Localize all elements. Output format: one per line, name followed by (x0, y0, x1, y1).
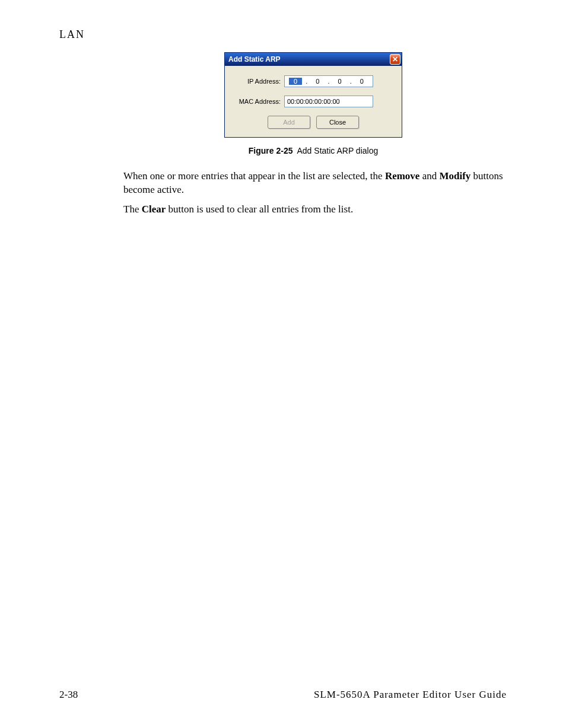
mac-address-row: MAC Address: 00:00:00:00:00:00 (236, 96, 391, 107)
add-button[interactable]: Add (268, 116, 310, 129)
page-number: 2-38 (59, 689, 78, 701)
close-button[interactable]: ✕ (390, 54, 400, 65)
figure-number: Figure 2-25 (249, 146, 293, 155)
modify-keyword: Modify (439, 170, 470, 182)
ip-address-label: IP Address: (236, 78, 284, 85)
text-run: When one or more entries that appear in … (123, 170, 385, 182)
dialog-titlebar: Add Static ARP ✕ (225, 53, 402, 66)
text-run: button is used to clear all entries from… (166, 204, 353, 215)
dialog-button-row: Add Close (236, 116, 391, 129)
paragraph-2: The Clear button is used to clear all en… (123, 203, 503, 217)
ip-octet-2[interactable]: 0 (311, 78, 324, 85)
close-dialog-button[interactable]: Close (316, 116, 359, 129)
dialog-body: IP Address: 0 . 0 . 0 . 0 MAC Address: 0… (225, 66, 402, 137)
ip-dot: . (350, 78, 352, 85)
dialog-figure-wrap: Add Static ARP ✕ IP Address: 0 . 0 . 0 .… (123, 52, 503, 138)
ip-address-input[interactable]: 0 . 0 . 0 . 0 (284, 75, 373, 87)
figure-caption: Figure 2-25 Add Static ARP dialog (123, 146, 503, 155)
remove-keyword: Remove (385, 170, 420, 182)
close-icon: ✕ (392, 56, 398, 63)
dialog-title: Add Static ARP (228, 55, 281, 63)
paragraph-1: When one or more entries that appear in … (123, 170, 503, 197)
ip-octet-4[interactable]: 0 (355, 78, 368, 85)
mac-address-input[interactable]: 00:00:00:00:00:00 (284, 96, 373, 107)
clear-keyword: Clear (142, 204, 166, 215)
figure-caption-text: Add Static ARP dialog (297, 146, 379, 155)
section-header: LAN (59, 28, 85, 41)
text-run: The (123, 204, 142, 215)
ip-octet-1[interactable]: 0 (289, 78, 302, 85)
ip-dot: . (327, 78, 329, 85)
ip-octet-3[interactable]: 0 (333, 78, 346, 85)
mac-address-label: MAC Address: (236, 98, 284, 105)
page-footer: 2-38 SLM-5650A Parameter Editor User Gui… (59, 689, 507, 701)
mac-address-value: 00:00:00:00:00:00 (287, 98, 340, 105)
ip-address-row: IP Address: 0 . 0 . 0 . 0 (236, 75, 391, 87)
add-static-arp-dialog: Add Static ARP ✕ IP Address: 0 . 0 . 0 .… (224, 52, 402, 138)
doc-title-footer: SLM-5650A Parameter Editor User Guide (314, 689, 507, 701)
text-run: and (419, 170, 439, 182)
ip-dot: . (306, 78, 307, 85)
main-content: Add Static ARP ✕ IP Address: 0 . 0 . 0 .… (123, 52, 503, 222)
